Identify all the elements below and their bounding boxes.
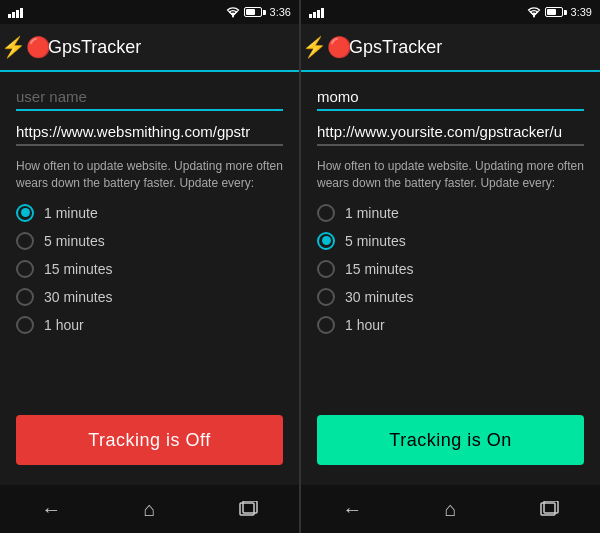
right-status-right: 3:39 <box>527 6 592 18</box>
right-radio-circle-30min <box>317 288 335 306</box>
right-radio-1min[interactable]: 1 minute <box>317 204 584 222</box>
right-radio-circle-1hr <box>317 316 335 334</box>
left-radio-circle-1min <box>16 204 34 222</box>
right-status-bar: 3:39 <box>301 0 600 24</box>
left-radio-group: 1 minute 5 minutes 15 minutes 30 minutes… <box>16 204 283 334</box>
right-update-text: How often to update website. Updating mo… <box>317 158 584 192</box>
right-radio-label-5min: 5 minutes <box>345 233 406 249</box>
right-radio-circle-1min <box>317 204 335 222</box>
left-radio-5min[interactable]: 5 minutes <box>16 232 283 250</box>
left-recents-button[interactable] <box>218 493 278 525</box>
left-radio-1min[interactable]: 1 minute <box>16 204 283 222</box>
right-radio-label-1hr: 1 hour <box>345 317 385 333</box>
left-radio-circle-30min <box>16 288 34 306</box>
left-home-button[interactable]: ⌂ <box>123 490 175 529</box>
left-radio-label-1hr: 1 hour <box>44 317 84 333</box>
left-radio-15min[interactable]: 15 minutes <box>16 260 283 278</box>
right-radio-label-15min: 15 minutes <box>345 261 413 277</box>
right-recents-button[interactable] <box>519 493 579 525</box>
left-wifi-icon <box>226 7 240 18</box>
right-content: How often to update website. Updating mo… <box>301 72 600 485</box>
left-signal-icon <box>8 6 23 18</box>
right-app-icon: ⚡🔴 <box>313 33 341 61</box>
left-status-bar: 3:36 <box>0 0 299 24</box>
left-radio-circle-5min <box>16 232 34 250</box>
right-signal-icon <box>309 6 324 18</box>
right-battery-icon <box>545 7 567 17</box>
left-radio-label-1min: 1 minute <box>44 205 98 221</box>
left-tracking-button[interactable]: Tracking is Off <box>16 415 283 465</box>
right-time: 3:39 <box>571 6 592 18</box>
right-panel: 3:39 ⚡🔴 GpsTracker How often to update w… <box>300 0 600 533</box>
left-status-left <box>8 6 23 18</box>
right-radio-30min[interactable]: 30 minutes <box>317 288 584 306</box>
right-radio-group: 1 minute 5 minutes 15 minutes 30 minutes… <box>317 204 584 334</box>
svg-point-3 <box>533 15 535 17</box>
right-username-input[interactable] <box>317 84 584 111</box>
right-url-input[interactable] <box>317 119 584 146</box>
left-app-bar: ⚡🔴 GpsTracker <box>0 24 299 72</box>
right-radio-label-1min: 1 minute <box>345 205 399 221</box>
left-radio-1hr[interactable]: 1 hour <box>16 316 283 334</box>
left-nav-bar: ← ⌂ <box>0 485 299 533</box>
left-url-input[interactable] <box>16 119 283 146</box>
right-nav-bar: ← ⌂ <box>301 485 600 533</box>
left-recents-icon <box>238 501 258 517</box>
left-radio-circle-15min <box>16 260 34 278</box>
right-recents-icon <box>539 501 559 517</box>
left-battery-icon <box>244 7 266 17</box>
left-radio-label-15min: 15 minutes <box>44 261 112 277</box>
left-update-text: How often to update website. Updating mo… <box>16 158 283 192</box>
right-radio-circle-5min <box>317 232 335 250</box>
left-radio-circle-1hr <box>16 316 34 334</box>
left-app-title: GpsTracker <box>48 37 141 58</box>
left-username-input[interactable] <box>16 84 283 111</box>
right-app-bar: ⚡🔴 GpsTracker <box>301 24 600 72</box>
left-back-button[interactable]: ← <box>21 490 81 529</box>
right-radio-1hr[interactable]: 1 hour <box>317 316 584 334</box>
right-radio-15min[interactable]: 15 minutes <box>317 260 584 278</box>
left-content: How often to update website. Updating mo… <box>0 72 299 485</box>
right-app-title: GpsTracker <box>349 37 442 58</box>
right-back-button[interactable]: ← <box>322 490 382 529</box>
svg-point-0 <box>232 15 234 17</box>
left-radio-label-5min: 5 minutes <box>44 233 105 249</box>
left-status-right: 3:36 <box>226 6 291 18</box>
right-radio-circle-15min <box>317 260 335 278</box>
left-radio-label-30min: 30 minutes <box>44 289 112 305</box>
right-tracking-button[interactable]: Tracking is On <box>317 415 584 465</box>
right-wifi-icon <box>527 7 541 18</box>
right-status-left <box>309 6 324 18</box>
left-time: 3:36 <box>270 6 291 18</box>
right-home-button[interactable]: ⌂ <box>424 490 476 529</box>
left-panel: 3:36 ⚡🔴 GpsTracker How often to update w… <box>0 0 300 533</box>
left-app-icon: ⚡🔴 <box>12 33 40 61</box>
right-radio-label-30min: 30 minutes <box>345 289 413 305</box>
right-radio-5min[interactable]: 5 minutes <box>317 232 584 250</box>
left-radio-30min[interactable]: 30 minutes <box>16 288 283 306</box>
